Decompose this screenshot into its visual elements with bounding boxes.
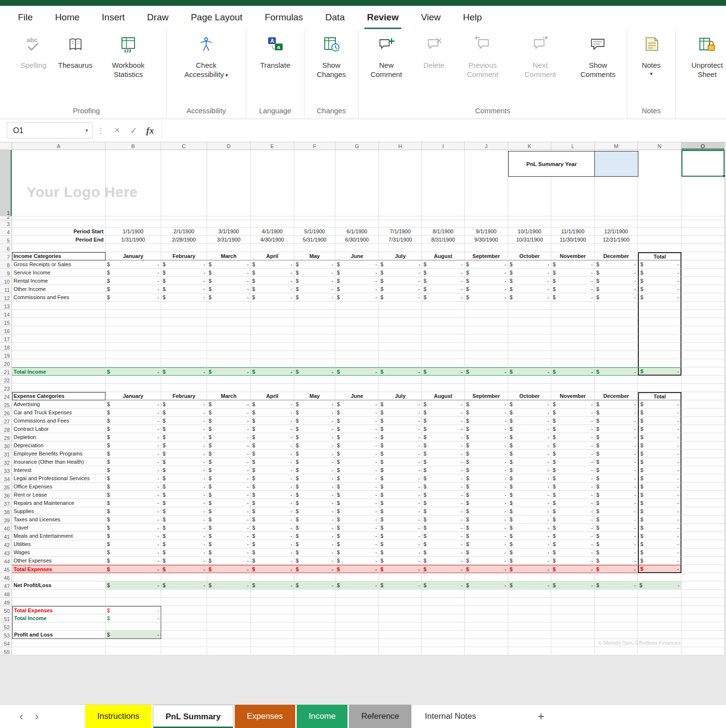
cell-O38[interactable] [681, 507, 725, 516]
cell-M20[interactable] [595, 359, 638, 367]
cell-D6[interactable] [207, 244, 251, 252]
select-all-corner[interactable] [0, 142, 12, 150]
cell-N39[interactable]: $- [638, 516, 681, 524]
cell-N42[interactable]: $- [638, 540, 681, 548]
cell-J8[interactable]: $- [465, 260, 508, 269]
cell-D50[interactable] [207, 606, 251, 614]
cell-O14[interactable] [681, 310, 725, 318]
cell-L11[interactable]: $- [551, 285, 595, 293]
cell-C17[interactable] [161, 334, 207, 343]
cell-K3[interactable] [508, 220, 551, 228]
cell-C36[interactable]: $- [161, 491, 207, 499]
cell-G40[interactable]: $- [335, 524, 379, 532]
cell-A53[interactable]: Profit and Loss [12, 631, 106, 639]
cell-H31[interactable]: $- [379, 450, 422, 458]
cell-C43[interactable]: $- [161, 548, 207, 557]
cell-K14[interactable] [508, 310, 551, 318]
cell-J20[interactable] [465, 359, 508, 367]
cell-G18[interactable] [335, 343, 379, 351]
cell-B1[interactable] [106, 150, 161, 216]
cell-F51[interactable] [294, 614, 335, 622]
cell-L6[interactable] [551, 244, 595, 252]
cell-I20[interactable] [422, 359, 465, 367]
cell-I33[interactable]: $- [422, 466, 465, 474]
cell-M33[interactable]: $- [595, 466, 638, 474]
cell-F2[interactable] [294, 216, 335, 220]
cell-E25[interactable]: $- [251, 400, 294, 409]
cell-I24[interactable]: August [422, 392, 465, 400]
notes-button[interactable]: Notes▾ [633, 30, 670, 76]
cell-F1[interactable] [294, 150, 335, 216]
row-header-42[interactable]: 42 [0, 540, 12, 548]
cell-J40[interactable]: $- [465, 524, 508, 532]
cell-O54[interactable] [681, 639, 725, 647]
cell-A51[interactable]: Total Income [12, 614, 106, 622]
cell-D33[interactable]: $- [207, 466, 251, 474]
cell-O24[interactable] [681, 392, 725, 400]
cell-G19[interactable] [335, 351, 379, 359]
cell-N47[interactable]: $- [638, 581, 681, 590]
cell-H44[interactable]: $- [379, 557, 422, 565]
cell-M44[interactable]: $- [595, 557, 638, 565]
cell-N28[interactable]: $- [638, 425, 681, 433]
column-header-J[interactable]: J [465, 142, 508, 150]
row-header-23[interactable]: 23 [0, 384, 12, 392]
cell-I42[interactable]: $- [422, 540, 465, 548]
cell-A31[interactable]: Employee Benefits Programs [12, 450, 106, 458]
cell-B42[interactable]: $- [106, 540, 161, 548]
cell-H43[interactable]: $- [379, 548, 422, 557]
tab-insert[interactable]: Insert [91, 6, 136, 29]
cell-H6[interactable] [379, 244, 422, 252]
cell-F33[interactable]: $- [294, 466, 335, 474]
cell-G7[interactable]: June [335, 252, 379, 260]
cell-H10[interactable]: $- [379, 277, 422, 285]
cell-H25[interactable]: $- [379, 400, 422, 409]
cell-I37[interactable]: $- [422, 499, 465, 507]
cell-C14[interactable] [161, 310, 207, 318]
cell-M32[interactable]: $- [595, 458, 638, 466]
cell-G15[interactable] [335, 318, 379, 326]
row-header-29[interactable]: 29 [0, 433, 12, 441]
cell-L12[interactable]: $- [551, 293, 595, 302]
cell-E47[interactable]: $- [251, 581, 294, 590]
cell-B34[interactable]: $- [106, 474, 161, 483]
cell-L48[interactable] [551, 590, 595, 598]
cell-J6[interactable] [465, 244, 508, 252]
cell-L23[interactable] [551, 384, 595, 392]
cell-M4[interactable]: 12/1/1900 [595, 228, 638, 236]
cell-D13[interactable] [207, 302, 251, 310]
cell-B4[interactable]: 1/1/1900 [106, 228, 161, 236]
cell-D15[interactable] [207, 318, 251, 326]
cell-N13[interactable] [638, 302, 681, 310]
cell-D42[interactable]: $- [207, 540, 251, 548]
cell-J10[interactable]: $- [465, 277, 508, 285]
cell-J46[interactable] [465, 573, 508, 581]
cell-C40[interactable]: $- [161, 524, 207, 532]
cell-F28[interactable]: $- [294, 425, 335, 433]
cell-M6[interactable] [595, 244, 638, 252]
cell-B11[interactable]: $- [106, 285, 161, 293]
cell-J28[interactable]: $- [465, 425, 508, 433]
cell-I15[interactable] [422, 318, 465, 326]
cell-C54[interactable] [161, 639, 207, 647]
cell-K28[interactable]: $- [508, 425, 551, 433]
cell-B31[interactable]: $- [106, 450, 161, 458]
cell-B35[interactable]: $- [106, 483, 161, 491]
cell-H11[interactable]: $- [379, 285, 422, 293]
cell-H24[interactable]: July [379, 392, 422, 400]
prev-sheet-icon[interactable]: ‹ [14, 710, 29, 723]
row-header-16[interactable]: 16 [0, 326, 12, 334]
row-header-35[interactable]: 35 [0, 483, 12, 491]
cell-G28[interactable]: $- [335, 425, 379, 433]
cell-O34[interactable] [681, 474, 725, 483]
cell-N22[interactable] [638, 376, 681, 384]
cell-M26[interactable]: $- [595, 409, 638, 417]
cell-M36[interactable]: $- [595, 491, 638, 499]
translate-button[interactable]: Aa Translate [253, 30, 298, 70]
cell-B28[interactable]: $- [106, 425, 161, 433]
cell-I23[interactable] [422, 384, 465, 392]
cell-B38[interactable]: $- [106, 507, 161, 516]
cell-H13[interactable] [379, 302, 422, 310]
cell-A43[interactable]: Wages [12, 548, 106, 557]
cell-E46[interactable] [251, 573, 294, 581]
